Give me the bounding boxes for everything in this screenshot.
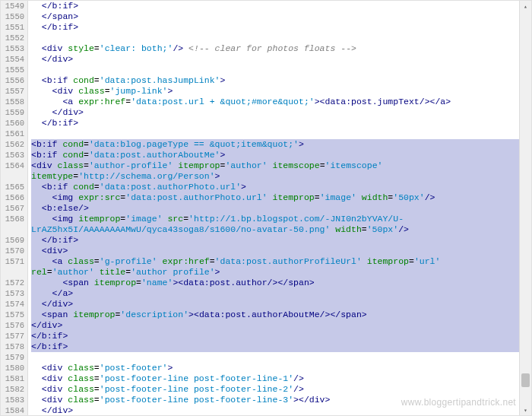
line-number: 1584 — [1, 405, 24, 416]
code-line[interactable]: itemtype='http://schema.org/Person'> — [31, 171, 531, 182]
code-editor[interactable]: 1549155015511552155315541555155615571558… — [1, 1, 531, 415]
line-number: 1557 — [1, 86, 24, 97]
line-number: 1582 — [1, 384, 24, 395]
line-number-gutter: 1549155015511552155315541555155615571558… — [1, 1, 28, 415]
line-number — [1, 267, 24, 278]
line-number: 1570 — [1, 246, 24, 256]
line-number: 1581 — [1, 373, 24, 384]
line-number: 1551 — [1, 22, 24, 33]
line-number: 1579 — [1, 352, 24, 363]
code-line[interactable]: <span itemprop='name'><data:post.author/… — [31, 278, 531, 288]
code-line[interactable]: <img itemprop='image' src='http://1.bp.b… — [31, 214, 531, 224]
line-number: 1568 — [1, 214, 24, 224]
scroll-up-arrow[interactable]: ▴ — [520, 1, 531, 11]
code-line[interactable]: <div class='post-footer-line post-footer… — [31, 384, 531, 395]
line-number: 1577 — [1, 331, 24, 341]
line-number: 1569 — [1, 235, 24, 246]
line-number: 1555 — [1, 65, 24, 75]
code-line[interactable] — [31, 352, 531, 363]
line-number: 1574 — [1, 299, 24, 310]
line-number: 1562 — [1, 139, 24, 150]
code-line[interactable]: </a> — [31, 288, 531, 299]
code-line[interactable]: </div> — [31, 320, 531, 331]
line-number: 1559 — [1, 107, 24, 118]
code-line[interactable]: <div class='post-footer-line post-footer… — [31, 373, 531, 384]
line-number: 1554 — [1, 54, 24, 65]
line-number: 1553 — [1, 43, 24, 54]
line-number: 1563 — [1, 150, 24, 160]
scroll-thumb[interactable] — [521, 373, 530, 387]
code-line[interactable]: </b:if> — [31, 118, 531, 129]
code-area[interactable]: </b:if> </span> </b:if> <div style='clea… — [28, 1, 531, 415]
line-number: 1564 — [1, 160, 24, 171]
code-line[interactable]: <span itemprop='description'><data:post.… — [31, 310, 531, 320]
code-line[interactable]: </b:if> — [31, 331, 531, 341]
code-line[interactable]: <b:if cond='data:post.authorPhoto.url'> — [31, 182, 531, 192]
code-line[interactable]: LrAZ5hx5I/AAAAAAAAMwU/qyca43soga8/s1600/… — [31, 224, 531, 235]
code-line[interactable] — [31, 65, 531, 75]
line-number: 1566 — [1, 192, 24, 203]
line-number: 1575 — [1, 310, 24, 320]
line-number: 1583 — [1, 395, 24, 405]
line-number: 1550 — [1, 11, 24, 22]
code-line[interactable]: <b:if cond='data:post.hasJumpLink'> — [31, 75, 531, 86]
code-line[interactable]: <b:if cond='data:blog.pageType == &quot;… — [31, 139, 531, 150]
code-line[interactable]: <div style='clear: both;'/> <!-- clear f… — [31, 43, 531, 54]
line-number: 1560 — [1, 118, 24, 129]
code-line[interactable]: <div class='jump-link'> — [31, 86, 531, 97]
line-number: 1571 — [1, 256, 24, 267]
line-number: 1561 — [1, 129, 24, 139]
code-line[interactable]: <div class='author-profile' itemprop='au… — [31, 160, 531, 171]
code-line[interactable]: </b:if> — [31, 1, 531, 11]
code-line[interactable]: </b:if> — [31, 341, 531, 352]
code-line[interactable]: <a expr:href='data:post.url + &quot;#mor… — [31, 97, 531, 107]
line-number: 1549 — [1, 1, 24, 11]
watermark-text: www.bloggertipandtrick.net — [401, 397, 516, 408]
code-line[interactable]: </b:if> — [31, 235, 531, 246]
line-number: 1580 — [1, 363, 24, 373]
line-number: 1572 — [1, 278, 24, 288]
code-line[interactable]: <div class='post-footer'> — [31, 363, 531, 373]
code-line[interactable]: <div> — [31, 246, 531, 256]
line-number: 1565 — [1, 182, 24, 192]
code-line[interactable]: </div> — [31, 107, 531, 118]
line-number: 1558 — [1, 97, 24, 107]
line-number: 1578 — [1, 341, 24, 352]
code-line[interactable]: </div> — [31, 299, 531, 310]
code-line[interactable]: </span> — [31, 11, 531, 22]
code-line[interactable]: <img expr:src='data:post.authorPhoto.url… — [31, 192, 531, 203]
line-number: 1556 — [1, 75, 24, 86]
code-line[interactable] — [31, 33, 531, 43]
code-line[interactable]: <b:else/> — [31, 203, 531, 214]
code-line[interactable]: rel='author' title='author profile'> — [31, 267, 531, 278]
code-line[interactable]: </div> — [31, 54, 531, 65]
line-number: 1573 — [1, 288, 24, 299]
line-number — [1, 171, 24, 182]
code-line[interactable]: <b:if cond='data:post.authorAboutMe'> — [31, 150, 531, 160]
line-number: 1576 — [1, 320, 24, 331]
code-line[interactable]: <a class='g-profile' expr:href='data:pos… — [31, 256, 531, 267]
scroll-down-arrow[interactable]: ▾ — [520, 405, 531, 415]
code-line[interactable]: </b:if> — [31, 22, 531, 33]
line-number: 1552 — [1, 33, 24, 43]
line-number — [1, 224, 24, 235]
vertical-scrollbar[interactable]: ▴ ▾ — [519, 1, 531, 415]
line-number: 1567 — [1, 203, 24, 214]
code-line[interactable] — [31, 129, 531, 139]
